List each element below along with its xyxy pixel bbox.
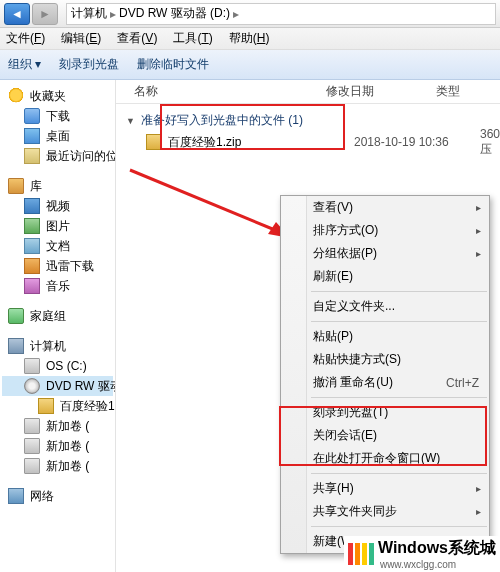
picture-icon [24, 218, 40, 234]
ctx-open-cmd[interactable]: 在此处打开命令窗口(W) [281, 447, 489, 470]
tree-desktop[interactable]: 桌面 [2, 126, 113, 146]
menu-separator [311, 291, 487, 292]
menubar: 文件(F) 编辑(E) 查看(V) 工具(T) 帮助(H) [0, 28, 500, 50]
tree-homegroup[interactable]: 家庭组 [2, 306, 113, 326]
tree-favorites[interactable]: 收藏夹 [2, 86, 113, 106]
menu-separator [311, 397, 487, 398]
nav-back-button[interactable]: ◄ [4, 3, 30, 25]
file-name: 百度经验1.zip [168, 134, 348, 151]
cmd-organize[interactable]: 组织 ▾ [8, 56, 41, 73]
file-date: 2018-10-19 10:36 [354, 135, 474, 149]
watermark-url: www.wxclgg.com [380, 559, 496, 570]
menu-tools[interactable]: 工具(T) [173, 30, 212, 47]
tree-music[interactable]: 音乐 [2, 276, 113, 296]
tree-computer[interactable]: 计算机 [2, 336, 113, 356]
triangle-down-icon: ▼ [126, 116, 135, 126]
chevron-right-icon: ▸ [233, 7, 239, 21]
drive-icon [24, 458, 40, 474]
col-name-header[interactable]: 名称 [116, 83, 326, 100]
star-icon [8, 88, 24, 104]
tree-volume[interactable]: 新加卷 ( [2, 416, 113, 436]
computer-icon [8, 338, 24, 354]
ctx-undo[interactable]: 撤消 重命名(U)Ctrl+Z [281, 371, 489, 394]
tree-videos[interactable]: 视频 [2, 196, 113, 216]
music-icon [24, 278, 40, 294]
watermark: Windows系统城 www.wxclgg.com [344, 536, 500, 572]
breadcrumb-seg[interactable]: DVD RW 驱动器 (D:) [119, 5, 230, 22]
zip-icon [38, 398, 54, 414]
drive-icon [24, 438, 40, 454]
breadcrumb-seg[interactable]: 计算机 [71, 5, 107, 22]
homegroup-icon [8, 308, 24, 324]
library-icon [8, 178, 24, 194]
document-icon [24, 238, 40, 254]
ctx-paste[interactable]: 粘贴(P) [281, 325, 489, 348]
breadcrumb[interactable]: 计算机 ▸ DVD RW 驱动器 (D:) ▸ [66, 3, 496, 25]
column-header-row: 名称 修改日期 类型 [116, 80, 500, 104]
menu-separator [311, 526, 487, 527]
cmd-delete-temp[interactable]: 删除临时文件 [137, 56, 209, 73]
tree-documents[interactable]: 文档 [2, 236, 113, 256]
ctx-close-session[interactable]: 关闭会话(E) [281, 424, 489, 447]
thunder-icon [24, 258, 40, 274]
ctx-burn-to-disc[interactable]: 刻录到光盘(T) [281, 401, 489, 424]
network-icon [8, 488, 24, 504]
drive-icon [24, 418, 40, 434]
menu-separator [311, 321, 487, 322]
ctx-view[interactable]: 查看(V) [281, 196, 489, 219]
nav-tree: 收藏夹 下载 桌面 最近访问的位置 库 视频 图片 文档 迅雷下载 音乐 家庭组… [0, 80, 116, 572]
menu-help[interactable]: 帮助(H) [229, 30, 270, 47]
tree-volume[interactable]: 新加卷 ( [2, 456, 113, 476]
chevron-right-icon: ▸ [110, 7, 116, 21]
tree-drive-c[interactable]: OS (C:) [2, 356, 113, 376]
drive-icon [24, 358, 40, 374]
ctx-paste-shortcut[interactable]: 粘贴快捷方式(S) [281, 348, 489, 371]
tree-dvd[interactable]: DVD RW 驱动器 (D [2, 376, 113, 396]
recent-icon [24, 148, 40, 164]
menu-edit[interactable]: 编辑(E) [61, 30, 101, 47]
titlebar: ◄ ► 计算机 ▸ DVD RW 驱动器 (D:) ▸ [0, 0, 500, 28]
nav-forward-button: ► [32, 3, 58, 25]
video-icon [24, 198, 40, 214]
zip-icon [146, 134, 162, 150]
col-date-header[interactable]: 修改日期 [326, 83, 436, 100]
file-row[interactable]: 百度经验1.zip 2018-10-19 10:36 360压 [116, 131, 500, 153]
watermark-logo-icon [348, 543, 374, 565]
ctx-sync[interactable]: 共享文件夹同步 [281, 500, 489, 523]
tree-pictures[interactable]: 图片 [2, 216, 113, 236]
tree-downloads[interactable]: 下载 [2, 106, 113, 126]
desktop-icon [24, 128, 40, 144]
ctx-group[interactable]: 分组依据(P) [281, 242, 489, 265]
tree-xunlei[interactable]: 迅雷下载 [2, 256, 113, 276]
tree-zip-file[interactable]: 百度经验1.zip [2, 396, 113, 416]
watermark-text: Windows系统城 [378, 538, 496, 559]
tree-network[interactable]: 网络 [2, 486, 113, 506]
menu-separator [311, 473, 487, 474]
menu-view[interactable]: 查看(V) [117, 30, 157, 47]
ctx-share[interactable]: 共享(H) [281, 477, 489, 500]
tree-volume[interactable]: 新加卷 ( [2, 436, 113, 456]
file-group-header[interactable]: ▼ 准备好写入到光盘中的文件 (1) [126, 112, 500, 129]
col-type-header[interactable]: 类型 [436, 83, 500, 100]
command-bar: 组织 ▾ 刻录到光盘 删除临时文件 [0, 50, 500, 80]
ctx-customize[interactable]: 自定义文件夹... [281, 295, 489, 318]
tree-libraries[interactable]: 库 [2, 176, 113, 196]
menu-file[interactable]: 文件(F) [6, 30, 45, 47]
context-menu: 查看(V) 排序方式(O) 分组依据(P) 刷新(E) 自定义文件夹... 粘贴… [280, 195, 490, 554]
ctx-refresh[interactable]: 刷新(E) [281, 265, 489, 288]
dvd-icon [24, 378, 40, 394]
cmd-burn[interactable]: 刻录到光盘 [59, 56, 119, 73]
tree-recent[interactable]: 最近访问的位置 [2, 146, 113, 166]
file-type: 360压 [480, 127, 500, 158]
ctx-sort[interactable]: 排序方式(O) [281, 219, 489, 242]
download-icon [24, 108, 40, 124]
